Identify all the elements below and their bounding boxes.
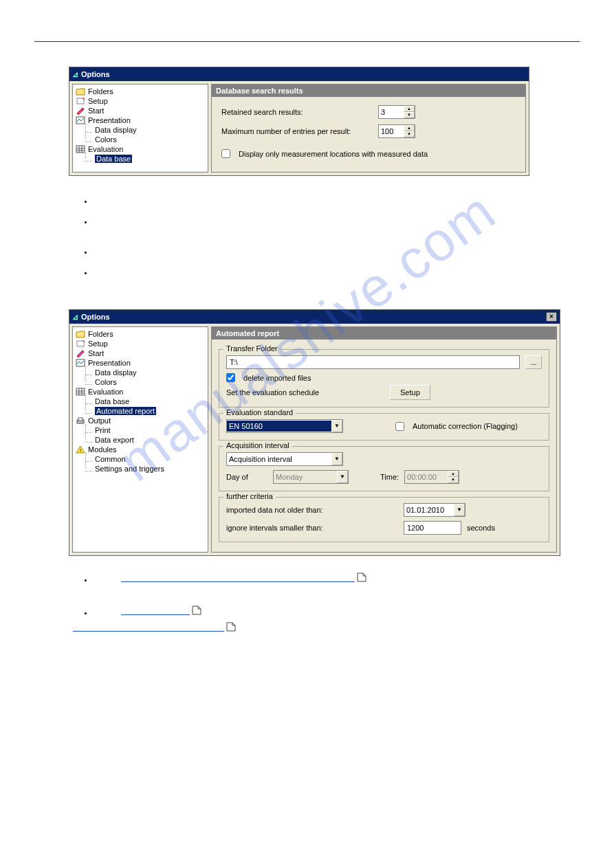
maxentries-spinner[interactable]: ▲▼ — [378, 124, 415, 138]
svg-rect-7 — [78, 418, 83, 421]
day-input — [274, 471, 337, 482]
chart-icon — [76, 359, 85, 367]
folder-icon — [76, 330, 85, 338]
dropdown-arrow-icon[interactable]: ▼ — [454, 504, 465, 516]
pencil-icon — [76, 107, 85, 115]
eval-standard-input[interactable] — [227, 421, 331, 432]
maxentries-label: Maximum number of entries per result: — [221, 127, 373, 135]
tree-database[interactable]: Data base — [94, 397, 206, 406]
warning-icon: ! — [76, 445, 85, 454]
bullet — [94, 605, 580, 633]
transfer-group: Transfer Folder ... delete imported file… — [219, 349, 549, 408]
page-corner-icon — [192, 605, 201, 616]
tree-evaluation[interactable]: Evaluation — [74, 144, 206, 154]
tree-presentation[interactable]: Presentation — [74, 115, 206, 125]
tree-colors[interactable]: Colors — [94, 135, 206, 144]
app-icon: ⊿ — [72, 313, 78, 322]
setup-button[interactable]: Setup — [390, 385, 430, 400]
bullet — [94, 247, 580, 256]
retained-label: Retained search results: — [221, 108, 373, 116]
tree-data-display[interactable]: Data display — [94, 368, 206, 377]
time-spinner: ▲▼ — [404, 470, 459, 484]
browse-button[interactable]: ... — [525, 355, 542, 369]
window-title: Options — [81, 70, 110, 78]
tree-view[interactable]: Folders Setup Start Presentation Data di… — [72, 84, 208, 173]
setup-icon — [76, 97, 85, 105]
tree-common[interactable]: Common — [94, 454, 206, 464]
tree-setup[interactable]: Setup — [74, 339, 206, 348]
label: Colors — [95, 378, 117, 386]
dropdown-arrow-icon[interactable]: ▼ — [331, 453, 342, 465]
panel-title: Automated report — [212, 327, 556, 340]
tree-folders[interactable]: Folders — [74, 87, 206, 96]
tree-presentation[interactable]: Presentation — [74, 358, 206, 368]
further-legend: further criteria — [223, 492, 276, 500]
bullet — [94, 197, 580, 205]
date-combo[interactable]: ▼ — [404, 503, 465, 517]
panel-title: Database search results — [212, 85, 525, 97]
maxentries-input[interactable] — [379, 125, 404, 137]
label: Folders — [88, 330, 113, 338]
options-window-2: ⊿ Options × Folders Setup Start Presenta… — [69, 309, 560, 556]
tree-folders[interactable]: Folders — [74, 329, 206, 339]
tree-data-export[interactable]: Data export — [94, 435, 206, 445]
ignore-label: ignore intervals smaller than: — [226, 524, 398, 532]
label: Evaluation — [88, 388, 123, 396]
svg-rect-0 — [77, 98, 84, 104]
down-btn[interactable]: ▼ — [404, 112, 415, 118]
tree-start[interactable]: Start — [74, 348, 206, 358]
retained-spinner[interactable]: ▲▼ — [378, 105, 415, 119]
content-panel: Automated report Transfer Folder ... del… — [211, 326, 557, 553]
bullet-list-1 — [94, 197, 580, 276]
svg-rect-3 — [77, 341, 84, 346]
tree-output[interactable]: Output — [74, 416, 206, 425]
label: Start — [88, 349, 104, 357]
bullet — [94, 268, 580, 276]
up-btn[interactable]: ▲ — [404, 106, 415, 112]
acq-legend: Acquisition interval — [223, 441, 292, 449]
bullet-list-2 — [94, 572, 580, 633]
tree-automated-report[interactable]: Automated report — [94, 406, 206, 416]
tree-start[interactable]: Start — [74, 106, 206, 115]
tree-data-display[interactable]: Data display — [94, 125, 206, 135]
app-icon: ⊿ — [72, 70, 78, 79]
transfer-folder-input[interactable] — [226, 355, 520, 369]
tree-setup[interactable]: Setup — [74, 96, 206, 106]
dropdown-arrow-icon[interactable]: ▼ — [331, 420, 342, 432]
ignore-input[interactable] — [404, 521, 461, 535]
tree-evaluation[interactable]: Evaluation — [74, 387, 206, 397]
svg-rect-5 — [76, 388, 85, 395]
down-btn: ▼ — [448, 477, 459, 483]
tree-colors[interactable]: Colors — [94, 377, 206, 387]
tree-view[interactable]: Folders Setup Start Presentation Data di… — [72, 326, 208, 553]
label: Common — [95, 455, 126, 463]
eval-standard-combo[interactable]: ▼ — [226, 419, 343, 433]
label: Print — [95, 426, 111, 434]
tree-database[interactable]: Data base — [94, 154, 206, 164]
acq-interval-combo[interactable]: ▼ — [226, 452, 343, 466]
label: Presentation — [88, 116, 131, 124]
tree-print[interactable]: Print — [94, 425, 206, 435]
label: Colors — [95, 135, 117, 144]
delete-imported-checkbox[interactable] — [226, 373, 235, 382]
tree-settings-triggers[interactable]: Settings and triggers — [94, 464, 206, 474]
up-btn[interactable]: ▲ — [404, 125, 415, 131]
close-button[interactable]: × — [546, 312, 557, 322]
retained-input[interactable] — [379, 106, 404, 118]
down-btn[interactable]: ▼ — [404, 131, 415, 137]
bullet — [94, 217, 580, 225]
folder-icon — [76, 87, 85, 96]
display-only-checkbox[interactable] — [221, 149, 230, 158]
transfer-legend: Transfer Folder — [223, 344, 281, 353]
tree-modules[interactable]: !Modules — [74, 445, 206, 454]
label: Data base — [95, 397, 129, 405]
bullet — [94, 572, 580, 583]
label: Presentation — [88, 359, 131, 367]
flagging-checkbox[interactable] — [395, 422, 404, 431]
label: Data display — [95, 368, 137, 377]
older-label: imported data not older than: — [226, 506, 398, 514]
page-corner-icon — [357, 572, 366, 583]
time-label: Time: — [380, 473, 399, 481]
acq-interval-input[interactable] — [227, 454, 331, 465]
date-input[interactable] — [404, 504, 454, 515]
